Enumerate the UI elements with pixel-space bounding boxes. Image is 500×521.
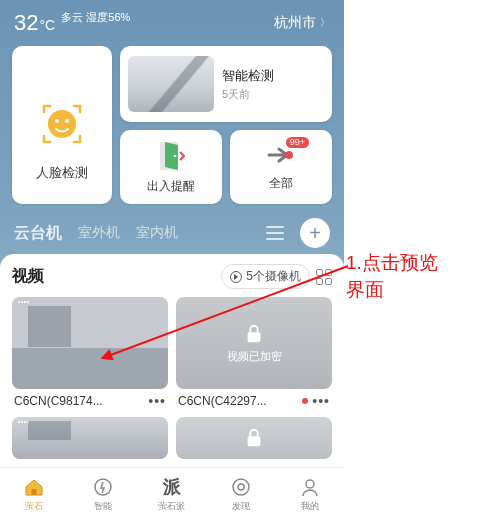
add-device-button[interactable]: + <box>300 218 330 248</box>
all-card[interactable]: 99+ 全部 <box>230 130 332 204</box>
camera-card <box>12 417 168 459</box>
nav-pai[interactable]: 派 萤石派 <box>138 468 207 521</box>
pai-icon: 派 <box>161 476 183 498</box>
nav-label: 我的 <box>301 500 319 513</box>
brand-icon <box>18 421 29 423</box>
all-label: 全部 <box>269 175 293 192</box>
locked-label: 视频已加密 <box>227 349 282 364</box>
discover-icon <box>230 476 252 498</box>
arrow-right-icon: 99+ <box>265 143 297 167</box>
smart-detect-card[interactable]: 智能检测 5天前 <box>120 46 332 122</box>
camera-card <box>176 417 332 459</box>
tab-outdoor[interactable]: 室外机 <box>78 224 120 242</box>
weather-line: 多云 湿度56% <box>61 10 130 25</box>
camera-name: C6CN(C42297... <box>178 394 267 408</box>
camera-name: C6CN(C98174... <box>14 394 103 408</box>
svg-point-11 <box>238 484 244 490</box>
temperature-value: 32°C <box>14 10 55 36</box>
face-detect-card[interactable]: 人脸检测 <box>12 46 112 204</box>
bottom-nav: 萤石 智能 派 萤石派 发现 我的 <box>0 467 344 521</box>
nav-label: 萤石派 <box>158 500 185 513</box>
camera-preview[interactable] <box>12 417 168 459</box>
svg-point-12 <box>306 480 314 488</box>
play-icon <box>230 271 242 283</box>
camera-more-icon[interactable]: ••• <box>312 393 330 409</box>
chevron-right-icon: 〉 <box>320 16 330 30</box>
weather-details: 多云 湿度56% <box>61 10 130 25</box>
svg-rect-6 <box>248 332 261 342</box>
city-label: 杭州市 <box>274 14 316 32</box>
menu-icon[interactable] <box>266 226 284 240</box>
svg-point-2 <box>65 119 69 123</box>
feature-cards-row: 人脸检测 智能检测 5天前 <box>0 40 344 204</box>
alert-dot-icon <box>302 398 308 404</box>
city-selector[interactable]: 杭州市 〉 <box>274 14 330 32</box>
svg-point-10 <box>233 479 249 495</box>
brand-icon <box>18 301 29 303</box>
nav-mine[interactable]: 我的 <box>275 468 344 521</box>
app-screen: 32°C 多云 湿度56% 杭州市 〉 人脸检测 <box>0 0 344 521</box>
weather-header: 32°C 多云 湿度56% 杭州市 〉 <box>0 0 344 40</box>
svg-rect-7 <box>248 436 261 446</box>
camera-more-icon[interactable]: ••• <box>148 393 166 409</box>
entry-alert-card[interactable]: 出入提醒 <box>120 130 222 204</box>
lock-icon <box>243 323 265 345</box>
entry-alert-label: 出入提醒 <box>147 178 195 195</box>
tab-indoor[interactable]: 室内机 <box>136 224 178 242</box>
face-icon <box>40 102 84 146</box>
svg-point-4 <box>174 154 177 157</box>
camera-card: C6CN(C98174... ••• <box>12 297 168 409</box>
grid-view-icon[interactable] <box>316 269 332 285</box>
temperature-block: 32°C 多云 湿度56% <box>14 10 130 36</box>
camera-preview-locked[interactable]: 视频已加密 <box>176 297 332 389</box>
annotation-line2: 界面 <box>346 277 438 304</box>
nav-home[interactable]: 萤石 <box>0 468 69 521</box>
camera-preview[interactable] <box>12 297 168 389</box>
video-section-title: 视频 <box>12 266 44 287</box>
svg-point-5 <box>285 151 293 159</box>
annotation-line1: 1.点击预览 <box>346 250 438 277</box>
face-detect-label: 人脸检测 <box>36 164 88 182</box>
nav-label: 发现 <box>232 500 250 513</box>
smart-detect-thumb <box>128 56 214 112</box>
video-panel: 视频 5个摄像机 C6CN(C98174... ••• <box>0 254 344 467</box>
camera-preview-locked[interactable] <box>176 417 332 459</box>
nav-label: 萤石 <box>25 500 43 513</box>
device-type-tabs: 云台机 室外机 室内机 + <box>0 204 344 258</box>
tab-ptz[interactable]: 云台机 <box>14 223 62 244</box>
lock-icon <box>243 427 265 449</box>
nav-label: 智能 <box>94 500 112 513</box>
svg-point-1 <box>55 119 59 123</box>
notification-badge: 99+ <box>286 137 309 148</box>
profile-icon <box>299 476 321 498</box>
annotation-text: 1.点击预览 界面 <box>346 250 438 303</box>
home-icon <box>23 476 45 498</box>
svg-point-0 <box>48 110 76 138</box>
smart-detect-title: 智能检测 <box>222 67 274 85</box>
svg-point-9 <box>95 479 111 495</box>
camera-count-pill[interactable]: 5个摄像机 <box>221 264 310 289</box>
svg-rect-8 <box>32 489 37 495</box>
camera-card: 视频已加密 C6CN(C42297... ••• <box>176 297 332 409</box>
nav-discover[interactable]: 发现 <box>206 468 275 521</box>
door-icon <box>157 140 185 172</box>
smart-icon <box>92 476 114 498</box>
nav-smart[interactable]: 智能 <box>69 468 138 521</box>
camera-count-label: 5个摄像机 <box>246 268 301 285</box>
smart-detect-sub: 5天前 <box>222 87 274 102</box>
